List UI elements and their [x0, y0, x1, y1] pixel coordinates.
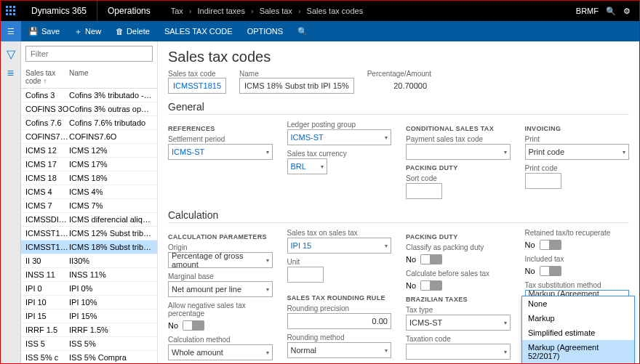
section-general[interactable]: General — [168, 101, 629, 115]
row-name: Cofins 7.6% tributado — [69, 118, 145, 127]
list-row[interactable]: INSS 11INSS 11% — [21, 268, 157, 282]
list-row[interactable]: Cofins 3Cofins 3% tributado - não cu — [21, 89, 157, 102]
sales-tax-on-sales-tax-select[interactable]: IPI 15▾ — [287, 238, 392, 254]
breadcrumb-item[interactable]: Sales tax — [260, 7, 292, 15]
user-label[interactable]: BRMF — [576, 7, 599, 15]
page-title: Sales tax codes — [168, 49, 629, 65]
module-label[interactable]: Operations — [97, 1, 161, 21]
origin-select[interactable]: Percentage of gross amount▾ — [168, 252, 273, 268]
svg-rect-8 — [13, 13, 15, 15]
row-code: Cofins 3 — [25, 91, 69, 100]
dropdown-option[interactable]: None — [522, 296, 634, 311]
breadcrumb-item[interactable]: Sales tax codes — [307, 7, 364, 15]
column-header-code[interactable]: Sales tax code ↑ — [25, 69, 69, 85]
list-row[interactable]: COFINS7.6OCOFINS7.6O — [21, 130, 157, 144]
rounding-method-select[interactable]: Normal▾ — [287, 342, 392, 358]
settlement-period-select[interactable]: ICMS-ST▾ — [168, 144, 273, 160]
taxation-code-select[interactable]: ▾ — [406, 344, 511, 360]
app-launcher-icon[interactable] — [1, 1, 21, 21]
row-code: COFINS 3O — [25, 105, 69, 113]
list-row[interactable]: IRRF 1.5IRRF 1.5% — [21, 323, 157, 337]
ledger-posting-group-select[interactable]: ICMS-ST▾ — [287, 129, 392, 145]
row-name: Cofins 3% tributado - não cu — [69, 91, 153, 100]
print-code-input[interactable] — [525, 173, 561, 189]
tax-type-select[interactable]: ICMS-ST▾ — [406, 315, 511, 331]
row-code: ICMSST1215 — [25, 229, 69, 238]
header-code[interactable]: ICMSST1815 — [168, 78, 226, 94]
record-list: Sales tax code ↑ Name Cofins 3Cofins 3% … — [21, 41, 158, 363]
unit-input[interactable] — [287, 267, 324, 283]
list-row[interactable]: ISS 5% cISS 5% Compra — [21, 351, 157, 363]
row-code: INSS 11 — [25, 270, 69, 279]
row-name: Cofins 3% outras operações — [69, 105, 153, 113]
filter-funnel-icon[interactable]: ▽ — [7, 47, 15, 61]
list-row[interactable]: ICMS 18ICMS 18% — [21, 171, 157, 185]
delete-button[interactable]: 🗑Delete — [108, 21, 157, 41]
gear-icon[interactable]: ⚙ — [623, 7, 631, 16]
list-row[interactable]: IPI 10IPI 10% — [21, 296, 157, 310]
payment-sales-tax-code-select[interactable]: ▾ — [406, 144, 511, 160]
dropdown-option[interactable]: Simplified estimate — [522, 325, 634, 340]
calc-before-toggle[interactable]: No — [406, 280, 442, 291]
sales-tax-code-menu[interactable]: SALES TAX CODE — [157, 21, 240, 41]
list-row[interactable]: ICMS 12ICMS 12% — [21, 144, 157, 158]
svg-rect-0 — [6, 6, 8, 8]
row-code: ICMS 17 — [25, 160, 69, 169]
chevron-down-icon: ▾ — [321, 163, 324, 170]
list-row[interactable]: II 30II30% — [21, 254, 157, 268]
chevron-down-icon: ▾ — [504, 349, 507, 355]
calc-method-select[interactable]: Whole amount▾ — [168, 344, 273, 360]
chevron-down-icon: ▾ — [266, 349, 269, 356]
retained-tax-toggle[interactable]: No — [525, 240, 561, 250]
column-header-name[interactable]: Name — [69, 69, 89, 85]
row-name: ICMS 12% — [69, 146, 108, 155]
search-icon[interactable]: 🔍 — [606, 7, 616, 16]
list-row[interactable]: COFINS 3OCofins 3% outras operações — [21, 102, 157, 116]
options-menu[interactable]: OPTIONS — [240, 21, 291, 41]
classify-packing-toggle[interactable]: No — [406, 254, 442, 264]
command-search-icon[interactable]: 🔍 — [290, 21, 315, 41]
list-row[interactable]: Cofins 7.6Cofins 7.6% tributado — [21, 116, 157, 130]
list-view-icon[interactable]: ≡ — [7, 67, 14, 80]
row-code: ISS 5% c — [25, 353, 69, 362]
row-code: Cofins 7.6 — [25, 118, 69, 127]
list-row[interactable]: ICMS 4ICMS 4% — [21, 185, 157, 199]
list-row[interactable]: ICMSST1215ICMS 12% Subst trib IPI 15% — [21, 227, 157, 240]
row-name: COFINS7.6O — [69, 132, 116, 141]
print-select[interactable]: Print code▾ — [525, 144, 630, 160]
included-tax-toggle[interactable]: No — [525, 266, 561, 276]
dropdown-option[interactable]: Markup (Agreement 52/2017) — [522, 340, 634, 363]
rounding-precision-input[interactable] — [287, 313, 392, 329]
section-calculation[interactable]: Calculation — [168, 209, 629, 223]
marginal-base-select[interactable]: Net amount per line▾ — [168, 281, 273, 297]
brand-label[interactable]: Dynamics 365 — [21, 6, 97, 16]
breadcrumb-item[interactable]: Tax — [171, 7, 183, 15]
list-row[interactable]: IPI 15IPI 15% — [21, 310, 157, 323]
hamburger-icon[interactable]: ☰ — [1, 21, 21, 41]
svg-rect-7 — [9, 13, 12, 15]
tax-substitution-dropdown[interactable]: NoneMarkupSimplified estimateMarkup (Agr… — [521, 296, 635, 364]
list-row[interactable]: IPI 0IPI 0% — [21, 282, 157, 296]
list-row[interactable]: ISS 5ISS 5% — [21, 337, 157, 351]
allow-negative-toggle[interactable]: No — [168, 320, 204, 331]
row-name: IPI 0% — [69, 284, 92, 293]
breadcrumb-item[interactable]: Indirect taxes — [198, 7, 245, 15]
save-button[interactable]: 💾Save — [21, 21, 67, 41]
list-row[interactable]: ICMSST1815ICMS 18% Subst trib IPI 15% — [21, 240, 157, 254]
list-row[interactable]: ICMS 17ICMS 17% — [21, 158, 157, 171]
row-code: ISS 5 — [25, 339, 69, 348]
dropdown-option[interactable]: Markup — [522, 311, 634, 325]
row-name: ICMS 18% — [69, 174, 108, 182]
sort-code-input[interactable] — [406, 183, 442, 199]
svg-rect-5 — [13, 9, 15, 12]
filter-input[interactable] — [25, 46, 153, 62]
sales-tax-currency-select[interactable]: BRL▾ — [287, 158, 327, 174]
chevron-down-icon: ▾ — [504, 320, 507, 326]
new-button[interactable]: ＋New — [67, 21, 108, 41]
row-name: ICMS 12% Subst trib IPI 15% — [69, 229, 153, 238]
row-code: ICMSST1815 — [25, 243, 69, 251]
chevron-down-icon: ▾ — [266, 149, 269, 155]
list-row[interactable]: ICMSSDIF 6ICMS diferencial aliquota 6% — [21, 213, 157, 227]
list-row[interactable]: ICMS 7ICMS 7% — [21, 199, 157, 213]
header-name[interactable]: ICMS 18% Subst trib IPI 15% — [239, 78, 354, 94]
